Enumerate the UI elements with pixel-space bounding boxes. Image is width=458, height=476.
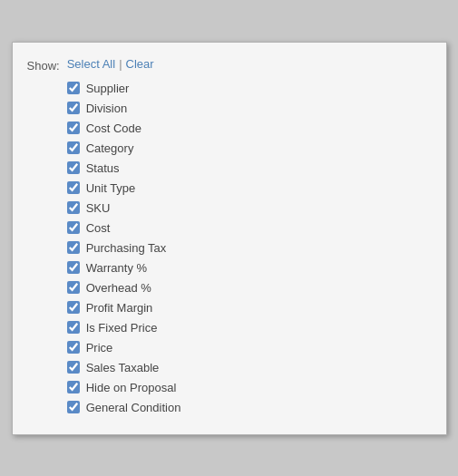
checkbox-label-hide_on_proposal[interactable]: Hide on Proposal (86, 381, 177, 394)
checkbox-category[interactable] (67, 141, 80, 154)
checkbox-unit_type[interactable] (67, 181, 80, 194)
list-item: Sales Taxable (67, 359, 432, 376)
checkbox-label-cost_code[interactable]: Cost Code (86, 121, 141, 135)
checkbox-supplier[interactable] (67, 82, 80, 94)
checkbox-label-category[interactable]: Category (86, 141, 134, 155)
checkbox-hide_on_proposal[interactable] (67, 381, 80, 393)
checkbox-sales_taxable[interactable] (67, 361, 80, 374)
list-item: General Condition (67, 399, 432, 416)
checkbox-overhead[interactable] (67, 281, 80, 294)
list-item: Is Fixed Price (67, 319, 432, 336)
list-item: Overhead % (67, 279, 432, 296)
clear-link[interactable]: Clear (126, 57, 154, 71)
list-item: Price (67, 339, 432, 356)
checkbox-label-sales_taxable[interactable]: Sales Taxable (86, 361, 160, 374)
checkbox-label-profit_margin[interactable]: Profit Margin (86, 301, 153, 315)
checkbox-label-sku[interactable]: SKU (86, 201, 111, 215)
checkbox-division[interactable] (67, 102, 80, 114)
checkbox-list: SupplierDivisionCost CodeCategoryStatusU… (67, 80, 432, 416)
checkbox-label-division[interactable]: Division (86, 102, 128, 115)
checkbox-purchasing_tax[interactable] (67, 241, 80, 254)
list-item: Hide on Proposal (67, 379, 432, 396)
show-label: Show: (27, 57, 60, 73)
checkbox-label-general_condition[interactable]: General Condition (86, 401, 181, 414)
checkbox-price[interactable] (67, 341, 80, 354)
checkbox-is_fixed_price[interactable] (67, 321, 80, 334)
select-clear-row: Select All | Clear (67, 57, 432, 71)
checkbox-warranty[interactable] (67, 261, 80, 274)
checkbox-label-unit_type[interactable]: Unit Type (86, 181, 136, 195)
checkbox-profit_margin[interactable] (67, 301, 80, 314)
checkbox-general_condition[interactable] (67, 401, 80, 413)
list-item: Cost (67, 219, 432, 237)
checkbox-label-cost[interactable]: Cost (86, 221, 111, 235)
list-item: SKU (67, 199, 432, 217)
list-item: Category (67, 140, 432, 157)
checkbox-label-status[interactable]: Status (86, 161, 120, 175)
checkbox-sku[interactable] (67, 201, 80, 214)
list-item: Profit Margin (67, 299, 432, 316)
checkbox-label-is_fixed_price[interactable]: Is Fixed Price (86, 321, 158, 335)
separator: | (119, 57, 122, 71)
list-item: Warranty % (67, 259, 432, 277)
checkbox-label-price[interactable]: Price (86, 341, 113, 355)
checkbox-label-purchasing_tax[interactable]: Purchasing Tax (86, 241, 167, 255)
checkbox-status[interactable] (67, 161, 80, 174)
checkbox-label-warranty[interactable]: Warranty % (86, 261, 147, 275)
list-item: Supplier (67, 80, 432, 97)
show-row: Show: Select All | Clear SupplierDivisio… (27, 57, 432, 416)
show-panel: Show: Select All | Clear SupplierDivisio… (12, 42, 447, 435)
list-item: Division (67, 100, 432, 117)
content-area: Select All | Clear SupplierDivisionCost … (67, 57, 432, 416)
checkbox-label-supplier[interactable]: Supplier (86, 82, 130, 95)
list-item: Cost Code (67, 120, 432, 137)
list-item: Status (67, 160, 432, 177)
checkbox-cost_code[interactable] (67, 121, 80, 134)
list-item: Unit Type (67, 180, 432, 197)
checkbox-cost[interactable] (67, 221, 80, 234)
list-item: Purchasing Tax (67, 239, 432, 257)
select-all-link[interactable]: Select All (67, 57, 115, 71)
checkbox-label-overhead[interactable]: Overhead % (86, 281, 151, 295)
